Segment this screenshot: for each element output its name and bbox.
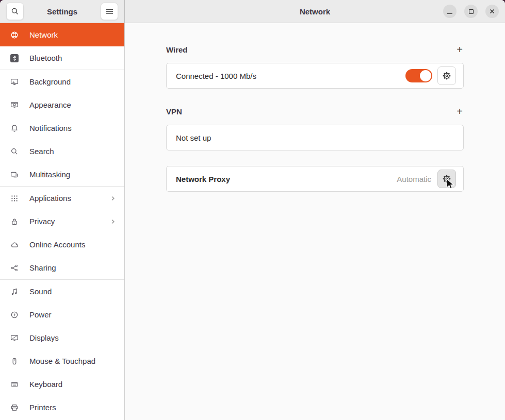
- keyboard-icon: [10, 380, 19, 389]
- sidebar-item-label: Appearance: [29, 100, 71, 109]
- sidebar-item-label: Notifications: [29, 124, 72, 132]
- sidebar-item-printers[interactable]: Printers: [0, 396, 124, 419]
- sidebar-item-label: Search: [29, 147, 54, 156]
- sidebar-item-mouse-touchpad[interactable]: Mouse & Touchpad: [0, 349, 124, 373]
- appearance-icon: [10, 101, 19, 109]
- sidebar-item-displays[interactable]: Displays: [0, 326, 124, 349]
- vpn-status-row: Not set up: [166, 125, 464, 150]
- network-proxy-row: Network Proxy Automatic: [166, 166, 464, 192]
- sidebar-item-appearance[interactable]: Appearance: [0, 93, 124, 116]
- chevron-right-icon: [109, 194, 117, 203]
- sidebar-item-applications[interactable]: Applications: [0, 187, 124, 210]
- search-icon: [11, 7, 19, 15]
- network-panel: Wired + Connected - 1000 Mb/s: [125, 23, 505, 420]
- sidebar-item-label: Displays: [29, 333, 59, 342]
- lock-icon: [10, 217, 19, 226]
- hamburger-icon: [106, 9, 113, 14]
- sidebar-item-network[interactable]: Network: [0, 23, 124, 46]
- search-button[interactable]: [6, 3, 24, 20]
- sidebar-item-label: Multitasking: [29, 170, 70, 179]
- sidebar-item-label: Keyboard: [29, 380, 62, 389]
- add-vpn-button[interactable]: +: [455, 107, 464, 115]
- add-wired-connection-button[interactable]: +: [455, 45, 464, 54]
- minimize-icon: [447, 13, 452, 14]
- background-monitor-icon: [10, 78, 19, 86]
- wired-settings-button[interactable]: [437, 66, 456, 85]
- sidebar-item-notifications[interactable]: Notifications: [0, 116, 124, 140]
- sidebar-item-label: Sharing: [29, 263, 56, 272]
- primary-menu-button[interactable]: [101, 3, 118, 20]
- sidebar-item-background[interactable]: Background: [0, 70, 124, 93]
- gear-icon: [442, 174, 452, 184]
- close-icon: [488, 8, 496, 15]
- maximize-icon: [469, 9, 474, 14]
- vpn-status-label: Not set up: [176, 133, 211, 142]
- display-icon: [10, 334, 19, 342]
- mouse-icon: [10, 357, 19, 365]
- magnifier-icon: [10, 147, 19, 156]
- cloud-icon: [10, 241, 19, 249]
- share-icon: [10, 264, 19, 272]
- vpn-section-title: VPN: [166, 107, 182, 116]
- sidebar-item-label: Mouse & Touchpad: [29, 357, 95, 365]
- toggle-knob: [420, 70, 431, 81]
- sidebar-item-label: Privacy: [29, 217, 55, 226]
- sidebar-item-label: Bluetooth: [29, 54, 62, 62]
- maximize-button[interactable]: [464, 5, 478, 18]
- power-icon: [10, 311, 19, 319]
- windows-icon: [10, 171, 19, 179]
- sidebar-item-sharing[interactable]: Sharing: [0, 256, 124, 279]
- content-headerbar: Network: [125, 0, 505, 23]
- sidebar-item-label: Printers: [29, 403, 56, 412]
- sidebar-item-online-accounts[interactable]: Online Accounts: [0, 233, 124, 256]
- window-controls: [443, 5, 499, 18]
- sidebar-item-privacy[interactable]: Privacy: [0, 210, 124, 233]
- sidebar-item-label: Network: [29, 30, 58, 39]
- sidebar-item-bluetooth[interactable]: Bluetooth: [0, 46, 124, 70]
- sidebar-item-label: Sound: [29, 287, 52, 296]
- sidebar-item-search[interactable]: Search: [0, 140, 124, 163]
- sidebar-item-sound[interactable]: Sound: [0, 280, 124, 303]
- gear-icon: [442, 71, 452, 81]
- proxy-mode-value: Automatic: [397, 175, 431, 183]
- chevron-right-icon: [109, 217, 117, 226]
- bluetooth-icon: [10, 54, 19, 62]
- vpn-section-header: VPN +: [166, 106, 464, 116]
- sidebar-item-keyboard[interactable]: Keyboard: [0, 373, 124, 396]
- wired-toggle[interactable]: [405, 69, 432, 82]
- sidebar-item-label: Background: [29, 77, 71, 86]
- close-button[interactable]: [485, 5, 499, 18]
- sidebar-item-label: Applications: [29, 194, 71, 203]
- wired-status-label: Connected - 1000 Mb/s: [176, 72, 256, 80]
- sidebar-headerbar: Settings: [0, 0, 125, 23]
- wired-section-header: Wired +: [166, 44, 464, 55]
- settings-window: Settings Network: [0, 0, 505, 420]
- globe-icon: [10, 31, 19, 39]
- sidebar-item-multitasking[interactable]: Multitasking: [0, 163, 124, 186]
- bell-icon: [10, 124, 19, 132]
- wired-connection-row: Connected - 1000 Mb/s: [166, 63, 464, 89]
- printer-icon: [10, 404, 19, 412]
- minimize-button[interactable]: [443, 5, 457, 18]
- sidebar: Network Bluetooth: [0, 23, 125, 420]
- proxy-label: Network Proxy: [176, 175, 230, 183]
- music-note-icon: [10, 288, 19, 296]
- app-grid-icon: [10, 194, 19, 203]
- wired-section-title: Wired: [166, 45, 188, 54]
- sidebar-item-power[interactable]: Power: [0, 303, 124, 326]
- sidebar-item-label: Online Accounts: [29, 240, 85, 249]
- sidebar-item-label: Power: [29, 310, 52, 319]
- proxy-settings-button[interactable]: [437, 170, 456, 188]
